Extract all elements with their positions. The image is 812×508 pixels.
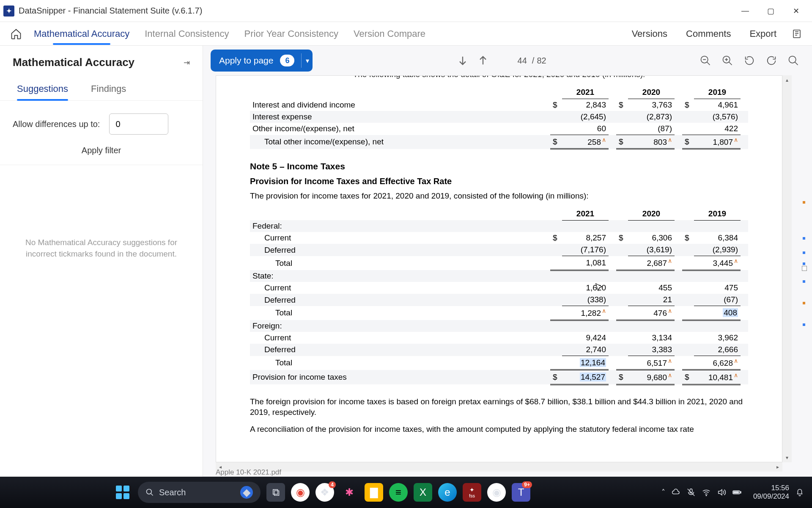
table-row: Total other income/(expense), net $258∧ … xyxy=(250,135,748,149)
svg-line-8 xyxy=(729,62,732,65)
svg-rect-20 xyxy=(734,491,739,493)
table-row: Total 1,081 2,687∧ 3,445∧ xyxy=(250,256,748,270)
tickmark-icon: ∧ xyxy=(668,307,672,314)
system-clock[interactable]: 15:56 09/09/2024 xyxy=(753,484,789,500)
tab-prior-year-consistency[interactable]: Prior Year Consistency xyxy=(244,23,339,44)
table-row: Other income/(expense), net 60 (87) 422 xyxy=(250,123,748,135)
reconciliation-paragraph-truncated: A reconciliation of the provision for in… xyxy=(250,424,748,435)
minimize-button[interactable]: — xyxy=(732,1,758,21)
maximize-button[interactable]: ▢ xyxy=(758,1,783,21)
apply-to-page-button[interactable]: Apply to page 6 ▾ xyxy=(211,50,313,72)
note-5-heading: Note 5 – Income Taxes xyxy=(250,161,748,171)
search-icon xyxy=(145,488,154,497)
svg-rect-19 xyxy=(740,491,741,493)
table-row: Total 12,164 6,517∧ 6,628∧ xyxy=(250,356,748,370)
file-explorer-icon[interactable]: ▇ xyxy=(365,483,383,502)
search-doc-icon[interactable] xyxy=(787,55,799,66)
table-row: Current 9,424 3,134 3,962 xyxy=(250,332,748,344)
foreign-provision-paragraph: The foreign provision for income taxes i… xyxy=(250,396,748,418)
vertical-scrollbar[interactable]: ▴ ▾ xyxy=(782,75,792,462)
onedrive-icon[interactable] xyxy=(671,488,680,497)
svg-rect-0 xyxy=(793,30,800,38)
table-row: Interest expense (2,645) (2,873) (3,576) xyxy=(250,111,748,123)
notifications-icon[interactable] xyxy=(795,488,804,497)
svg-line-12 xyxy=(795,62,798,65)
tab-internal-consistency[interactable]: Internal Consistency xyxy=(145,23,229,44)
minimap[interactable] xyxy=(795,101,809,460)
meet-icon[interactable]: ❖4 xyxy=(315,483,334,502)
tickmark-icon: ∧ xyxy=(734,372,738,378)
subtab-findings[interactable]: Findings xyxy=(91,77,126,100)
table-row: Interest and dividend income $2,843 $3,7… xyxy=(250,99,748,111)
apply-filter-button[interactable]: Apply filter xyxy=(0,140,203,165)
rotate-right-icon[interactable] xyxy=(765,55,777,66)
scroll-down-button[interactable]: ▾ xyxy=(782,453,792,462)
tray-expand-icon[interactable]: ˄ xyxy=(661,488,665,497)
chrome-alt-icon[interactable]: ◉ xyxy=(487,483,506,502)
save-icon[interactable] xyxy=(792,29,802,39)
home-icon[interactable] xyxy=(10,28,22,40)
income-tax-table: 2021 2020 2019 Federal: Current $8,257 $… xyxy=(250,207,748,385)
table-row: Deferred (7,176) (3,619) (2,939) xyxy=(250,244,748,256)
window-title: DataSnipper - Financial Statement Suite … xyxy=(19,6,202,16)
teams-icon[interactable]: T9+ xyxy=(512,483,530,502)
page-separator: / xyxy=(532,56,535,66)
next-match-icon[interactable] xyxy=(457,55,469,66)
excel-icon[interactable]: X xyxy=(414,483,432,502)
scroll-right-button[interactable]: ▸ xyxy=(773,462,782,472)
table-row: Deferred 2,740 3,383 2,666 xyxy=(250,344,748,356)
scroll-up-button[interactable]: ▴ xyxy=(782,75,792,85)
edge-icon[interactable]: e xyxy=(438,483,457,502)
apply-to-page-label: Apply to page xyxy=(219,55,273,66)
page-current[interactable]: 44 xyxy=(506,56,529,66)
tab-version-compare[interactable]: Version Compare xyxy=(354,23,425,44)
mic-muted-icon[interactable] xyxy=(686,488,696,497)
oi-and-e-table: 2021 2020 2019 Interest and dividend inc… xyxy=(250,86,748,149)
svg-point-11 xyxy=(789,56,796,63)
figma-icon[interactable]: ✱ xyxy=(340,483,359,502)
zoom-out-icon[interactable] xyxy=(700,55,711,66)
versions-button[interactable]: Versions xyxy=(632,28,667,39)
spotify-icon[interactable]: ≡ xyxy=(389,483,408,502)
horizontal-scrollbar[interactable]: ◂ ▸ xyxy=(216,462,782,472)
chrome-icon[interactable]: ◉ xyxy=(291,483,310,502)
taskbar-search[interactable]: Search ◆ xyxy=(138,482,261,503)
task-view-icon[interactable]: ⧉ xyxy=(266,483,285,502)
chevron-down-icon[interactable]: ▾ xyxy=(306,57,309,65)
copilot-icon[interactable]: ◆ xyxy=(240,486,253,499)
wifi-icon[interactable] xyxy=(702,488,711,497)
search-placeholder: Search xyxy=(159,488,186,497)
start-button[interactable] xyxy=(113,483,132,502)
svg-point-17 xyxy=(706,495,707,496)
tickmark-icon: ∧ xyxy=(602,136,606,143)
svg-point-13 xyxy=(147,489,152,494)
oi-intro-truncated: The following table shows the detail of … xyxy=(250,75,748,79)
rotate-left-icon[interactable] xyxy=(743,55,755,66)
page-total: 82 xyxy=(537,56,546,66)
apply-count-badge: 6 xyxy=(280,55,294,66)
close-button[interactable]: ✕ xyxy=(783,1,809,21)
subtab-suggestions[interactable]: Suggestions xyxy=(17,77,68,100)
table-row: Deferred (338) 21 (67) xyxy=(250,294,748,306)
table-row: Total 1,282∧ 476∧ 408 xyxy=(250,306,748,320)
provision-subheading: Provision for Income Taxes and Effective… xyxy=(250,177,748,186)
table-row: Current $8,257 $6,306 $6,384 xyxy=(250,232,748,244)
comments-button[interactable]: Comments xyxy=(686,28,731,39)
export-button[interactable]: Export xyxy=(749,28,776,39)
provision-intro: The provision for income taxes for 2021,… xyxy=(250,190,748,202)
table-row: Provision for income taxes $14,527 $9,68… xyxy=(250,370,748,384)
tab-mathematical-accuracy[interactable]: Mathematical Accuracy xyxy=(34,23,129,44)
svg-line-5 xyxy=(707,62,710,65)
empty-suggestions-message: No Mathematical Accuracy suggestions for… xyxy=(0,165,203,331)
prev-match-icon[interactable] xyxy=(477,55,489,66)
zoom-in-icon[interactable] xyxy=(721,55,733,66)
document-page[interactable]: The following table shows the detail of … xyxy=(216,75,782,462)
volume-icon[interactable] xyxy=(717,488,726,497)
tolerance-input[interactable] xyxy=(109,113,168,135)
panel-title: Mathematical Accuracy xyxy=(13,56,134,69)
panel-collapse-button[interactable]: ⇥ xyxy=(184,58,190,67)
filter-label: Allow differences up to: xyxy=(13,119,100,129)
datasnipper-tray-icon[interactable]: ✦fss xyxy=(463,483,481,502)
tickmark-icon: ∧ xyxy=(602,307,606,314)
battery-icon[interactable] xyxy=(732,488,741,497)
